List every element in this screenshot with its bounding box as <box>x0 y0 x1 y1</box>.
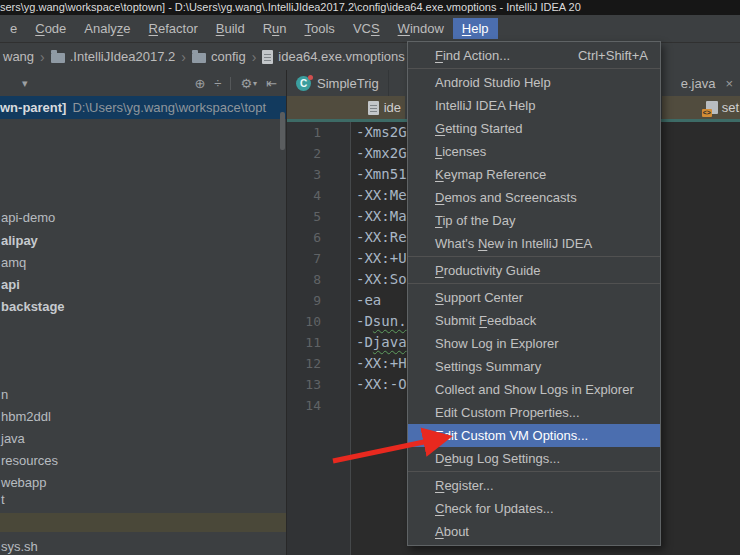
menubar-item-tools[interactable]: Tools <box>296 18 344 39</box>
code-text: -XX:Re <box>356 229 407 245</box>
tab-simpletrig[interactable]: C SimpleTrig <box>287 70 389 96</box>
menubar-item-e[interactable]: e <box>1 18 26 39</box>
tree-item-amq[interactable]: amq <box>1 254 26 272</box>
code-text: -XX:So <box>356 271 407 287</box>
breadcrumb-item-intellijidea2017-2[interactable]: .IntelliJIdea2017.2 <box>48 49 179 64</box>
breadcrumb-item-config[interactable]: config <box>189 49 249 64</box>
menu-item-label: Debug Log Settings... <box>435 447 560 470</box>
menu-bar: eCodeAnalyzeRefactorBuildRunToolsVCSWind… <box>0 15 740 42</box>
menubar-item-refactor[interactable]: Refactor <box>140 18 207 39</box>
menu-item-register[interactable]: Register... <box>408 474 660 497</box>
menu-item-collect-and-show-logs-in-explorer[interactable]: Collect and Show Logs in Explorer <box>408 378 660 401</box>
menu-item-label: Android Studio Help <box>435 71 551 94</box>
tree-item-alipay[interactable]: alipay <box>1 232 38 250</box>
code-text: -ea <box>356 292 381 308</box>
tree-item-hbm2ddl[interactable]: hbm2ddl <box>1 408 51 426</box>
file-icon <box>262 50 273 64</box>
menu-item-label: Licenses <box>435 140 486 163</box>
menu-item-productivity-guide[interactable]: Productivity Guide <box>408 259 660 282</box>
menu-item-submit-feedback[interactable]: Submit Feedback <box>408 309 660 332</box>
tree-item-n[interactable]: n <box>1 386 8 404</box>
tab-settings-file[interactable]: set <box>662 96 740 119</box>
menu-item-keymap-reference[interactable]: Keymap Reference <box>408 163 660 186</box>
menu-item-about[interactable]: About <box>408 520 660 543</box>
menu-item-licenses[interactable]: Licenses <box>408 140 660 163</box>
menubar-item-analyze[interactable]: Analyze <box>75 18 139 39</box>
menu-item-check-for-updates[interactable]: Check for Updates... <box>408 497 660 520</box>
tree-item-t[interactable]: t <box>1 491 5 509</box>
project-tree: api-demoalipayamqapibackstagenhbm2ddljav… <box>0 70 286 555</box>
menubar-item-help[interactable]: Help <box>453 18 498 39</box>
tree-item-java[interactable]: java <box>1 430 25 448</box>
code-text-spellcheck: java <box>373 334 407 350</box>
line-number: 5 <box>287 206 321 227</box>
breadcrumb-separator-icon: › <box>37 49 48 65</box>
code-text: -XX:+H <box>356 355 407 371</box>
breadcrumb-label: wang <box>3 49 34 64</box>
menu-item-find-action[interactable]: Find Action...Ctrl+Shift+A <box>408 44 660 67</box>
tree-item-backstage[interactable]: backstage <box>1 298 65 316</box>
title-bar: sers\yg.wang\workspace\toptown] - D:\Use… <box>0 0 740 15</box>
breadcrumb-item-wang[interactable]: wang <box>0 49 37 64</box>
menubar-item-run[interactable]: Run <box>254 18 296 39</box>
code-text: -XX:+U <box>356 250 407 266</box>
tree-item-api-demo[interactable]: api-demo <box>1 209 55 227</box>
line-number: 4 <box>287 185 321 206</box>
tab-label: e.java <box>681 76 716 91</box>
tab-vmoptions-active[interactable]: ide <box>287 96 405 119</box>
project-panel: ▾ ⊕÷⚙▾⇤ wn-parent] D:\Users\yg.wang\work… <box>0 70 287 555</box>
menu-item-label: Register... <box>435 474 494 497</box>
menu-item-demos-and-screencasts[interactable]: Demos and Screencasts <box>408 186 660 209</box>
line-number: 2 <box>287 143 321 164</box>
menu-item-edit-custom-vm-options[interactable]: Edit Custom VM Options... <box>408 424 660 447</box>
menu-item-show-log-in-explorer[interactable]: Show Log in Explorer <box>408 332 660 355</box>
file-icon <box>368 101 379 115</box>
line-number: 12 <box>287 353 321 374</box>
tree-selected-row[interactable] <box>0 513 287 532</box>
menu-item-shortcut: Ctrl+Shift+A <box>554 44 648 67</box>
line-number: 7 <box>287 248 321 269</box>
menu-separator <box>408 67 660 71</box>
code-file-icon <box>706 101 718 114</box>
class-icon: C <box>296 76 311 91</box>
menu-item-android-studio-help[interactable]: Android Studio Help <box>408 71 660 94</box>
breadcrumb-item-idea64-exe-vmoptions[interactable]: idea64.exe.vmoptions <box>259 49 407 64</box>
close-icon[interactable]: × <box>725 76 733 91</box>
tree-item-api[interactable]: api <box>1 276 20 294</box>
menu-item-tip-of-the-day[interactable]: Tip of the Day <box>408 209 660 232</box>
help-menu-popup: Find Action...Ctrl+Shift+AAndroid Studio… <box>407 41 661 546</box>
code-text: -XX:Ma <box>356 208 407 224</box>
menu-item-debug-log-settings[interactable]: Debug Log Settings... <box>408 447 660 470</box>
menu-item-what-s-new-in-intellij-idea[interactable]: What's New in IntelliJ IDEA <box>408 232 660 255</box>
menu-item-label: Productivity Guide <box>435 259 541 282</box>
menu-item-label: Getting Started <box>435 117 522 140</box>
tree-item-resources[interactable]: resources <box>1 452 58 470</box>
menubar-item-window[interactable]: Window <box>389 18 453 39</box>
code-text: -Xmx2G <box>356 145 407 161</box>
menubar-item-build[interactable]: Build <box>207 18 254 39</box>
menu-item-settings-summary[interactable]: Settings Summary <box>408 355 660 378</box>
menu-item-intellij-idea-help[interactable]: IntelliJ IDEA Help <box>408 94 660 117</box>
tab-java-file[interactable]: e.java × <box>674 70 740 96</box>
menu-separator <box>408 470 660 474</box>
folder-icon <box>51 53 65 63</box>
tab-label: set <box>722 100 739 115</box>
menubar-item-code[interactable]: Code <box>26 18 75 39</box>
menu-item-label: About <box>435 520 469 543</box>
code-text: -Xms2G <box>356 124 407 140</box>
breadcrumb-label: .IntelliJIdea2017.2 <box>70 49 176 64</box>
menu-item-label: Check for Updates... <box>435 497 554 520</box>
tree-item-webapp[interactable]: webapp <box>1 474 47 492</box>
menu-item-edit-custom-properties[interactable]: Edit Custom Properties... <box>408 401 660 424</box>
menu-separator <box>408 282 660 286</box>
tree-item-sys-sh[interactable]: sys.sh <box>1 538 38 555</box>
line-number: 3 <box>287 164 321 185</box>
menubar-item-vcs[interactable]: VCS <box>344 18 389 39</box>
menu-separator <box>408 255 660 259</box>
menu-item-getting-started[interactable]: Getting Started <box>408 117 660 140</box>
folder-icon <box>192 53 206 63</box>
project-scrollbar[interactable] <box>280 112 285 150</box>
breadcrumb-label: idea64.exe.vmoptions <box>278 49 404 64</box>
window-title: sers\yg.wang\workspace\toptown] - D:\Use… <box>0 1 581 13</box>
menu-item-support-center[interactable]: Support Center <box>408 286 660 309</box>
